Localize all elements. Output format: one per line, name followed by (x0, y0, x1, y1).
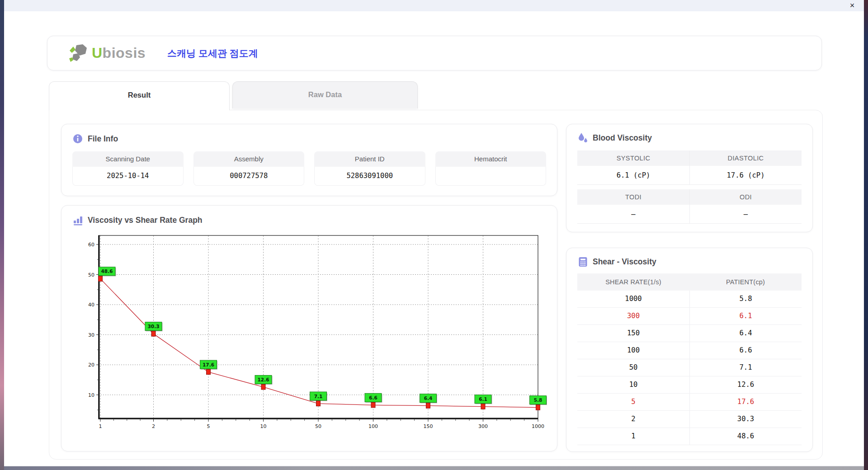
patient-viscosity-cell: 12.6 (689, 376, 802, 393)
ubiosis-logo-icon (68, 44, 89, 63)
svg-text:30: 30 (88, 332, 94, 338)
bv-value-odi: – (689, 205, 802, 224)
app-window: Ubiosis 스캐닝 모세관 점도계 Result Raw Data File… (4, 11, 864, 466)
field-label: Hematocrit (435, 151, 547, 167)
shear-table-row: 517.6 (577, 394, 802, 411)
svg-text:6.6: 6.6 (369, 395, 377, 400)
bv-value-todi: – (577, 205, 689, 224)
patient-viscosity-cell: 6.1 (689, 308, 802, 324)
shear-rate-cell: 10 (577, 376, 689, 393)
svg-text:300: 300 (478, 423, 488, 429)
shear-rate-cell: 1000 (577, 291, 689, 307)
bv-value-row-2: – – (577, 205, 802, 224)
svg-text:2: 2 (152, 423, 155, 429)
blood-viscosity-table: SYSTOLIC DIASTOLIC 6.1 (cP) 17.6 (cP) TO… (577, 150, 802, 224)
chart-container: 1251050100150300100010203040506048.630.3… (72, 230, 546, 439)
bv-header-diastolic: DIASTOLIC (689, 150, 802, 166)
bar-chart-icon (72, 215, 83, 226)
desktop-edge-right (864, 0, 868, 470)
svg-text:50: 50 (88, 272, 94, 278)
svg-text:60: 60 (88, 242, 94, 248)
svg-text:10: 10 (260, 423, 267, 429)
tab-raw-data[interactable]: Raw Data (232, 81, 418, 108)
shear-rate-cell: 300 (577, 308, 689, 324)
shear-table-row: 507.1 (577, 359, 802, 376)
bv-value-systolic: 6.1 (cP) (577, 166, 689, 185)
graph-title: Viscosity vs Shear Rate Graph (88, 216, 203, 225)
shear-viscosity-panel: Shear - Viscosity SHEAR RATE(1/s) PATIEN… (566, 248, 813, 452)
info-icon (72, 133, 83, 144)
field-label: Assembly (193, 151, 305, 167)
svg-text:10: 10 (88, 392, 94, 398)
blood-viscosity-panel: Blood Viscosity SYSTOLIC DIASTOLIC 6.1 (… (566, 124, 813, 232)
svg-text:48.6: 48.6 (101, 268, 113, 274)
file-info-title: File Info (88, 134, 118, 144)
file-info-field: Patient ID52863091000 (314, 151, 425, 186)
svg-text:100: 100 (368, 423, 378, 429)
svg-text:1000: 1000 (532, 423, 544, 429)
header-card: Ubiosis 스캐닝 모세관 점도계 (47, 36, 822, 70)
svg-text:150: 150 (424, 423, 433, 429)
svg-text:30.3: 30.3 (148, 324, 160, 329)
brand-letter-u: U (92, 45, 103, 61)
shear-rate-cell: 5 (577, 394, 689, 410)
shear-table-row: 1012.6 (577, 376, 802, 394)
tab-result[interactable]: Result (49, 81, 230, 110)
bv-header-row: SYSTOLIC DIASTOLIC (577, 150, 802, 166)
shear-rate-cell: 100 (577, 342, 689, 359)
bv-row-gap (577, 185, 802, 189)
patient-viscosity-cell: 6.6 (689, 342, 802, 359)
svg-text:50: 50 (315, 423, 321, 429)
shear-table-row: 1506.4 (577, 325, 802, 342)
shear-col-rate: SHEAR RATE(1/s) (577, 273, 689, 291)
shear-rate-cell: 150 (577, 325, 689, 342)
shear-table-row: 230.3 (577, 411, 802, 428)
file-info-fields: Scanning Date2025-10-14Assembly000727578… (72, 151, 546, 186)
patient-viscosity-cell: 5.8 (689, 291, 802, 307)
bv-header-todi: TODI (577, 189, 689, 205)
app-screen: × Ubiosis 스캐닝 모세관 점도계 Result Raw Data (0, 0, 868, 470)
patient-viscosity-cell: 48.6 (689, 428, 802, 445)
shear-table-row: 148.6 (577, 428, 802, 445)
svg-text:17.6: 17.6 (203, 362, 214, 367)
brand-rest: biosis (103, 45, 146, 61)
graph-panel: Viscosity vs Shear Rate Graph 1251050100… (61, 205, 557, 451)
shear-viscosity-title: Shear - Viscosity (593, 257, 656, 267)
bv-header-odi: ODI (689, 189, 802, 205)
bv-value-diastolic: 17.6 (cP) (689, 166, 802, 185)
patient-viscosity-cell: 6.4 (689, 325, 802, 342)
brand-wordmark: Ubiosis (92, 45, 146, 61)
blood-viscosity-title: Blood Viscosity (593, 133, 652, 143)
calculator-icon (577, 256, 588, 267)
shear-table-row: 1006.6 (577, 342, 802, 359)
viscosity-chart: 1251050100150300100010203040506048.630.3… (72, 230, 547, 439)
graph-title-row: Viscosity vs Shear Rate Graph (72, 215, 546, 226)
brand-logo: Ubiosis (68, 44, 146, 63)
app-korean-title: 스캐닝 모세관 점도계 (167, 47, 258, 60)
shear-col-patient: PATIENT(cp) (689, 273, 802, 291)
shear-rate-cell: 50 (577, 359, 689, 376)
svg-text:6.1: 6.1 (479, 396, 487, 402)
window-close-button[interactable]: × (847, 0, 858, 10)
svg-text:6.4: 6.4 (424, 395, 433, 401)
file-info-field: Assembly000727578 (193, 151, 305, 186)
file-info-panel: File Info Scanning Date2025-10-14Assembl… (61, 124, 557, 196)
bv-header-systolic: SYSTOLIC (577, 150, 689, 166)
blood-viscosity-title-row: Blood Viscosity (577, 132, 802, 143)
droplets-icon (577, 132, 588, 143)
svg-text:5: 5 (207, 423, 210, 429)
shear-viscosity-table: SHEAR RATE(1/s) PATIENT(cp) 10005.83006.… (577, 273, 802, 445)
patient-viscosity-cell: 17.6 (689, 394, 802, 410)
field-label: Patient ID (314, 151, 425, 167)
field-value: 52863091000 (314, 167, 425, 186)
bv-header-row-2: TODI ODI (577, 189, 802, 205)
svg-text:40: 40 (88, 302, 94, 308)
svg-text:1: 1 (99, 423, 102, 429)
shear-viscosity-title-row: Shear - Viscosity (577, 256, 802, 267)
result-content-card: File Info Scanning Date2025-10-14Assembl… (49, 110, 823, 460)
shear-table-row: 3006.1 (577, 308, 802, 325)
patient-viscosity-cell: 7.1 (689, 359, 802, 376)
file-info-field: Hematocrit (435, 151, 547, 186)
shear-table-row: 10005.8 (577, 291, 802, 308)
field-value: 2025-10-14 (72, 167, 184, 186)
